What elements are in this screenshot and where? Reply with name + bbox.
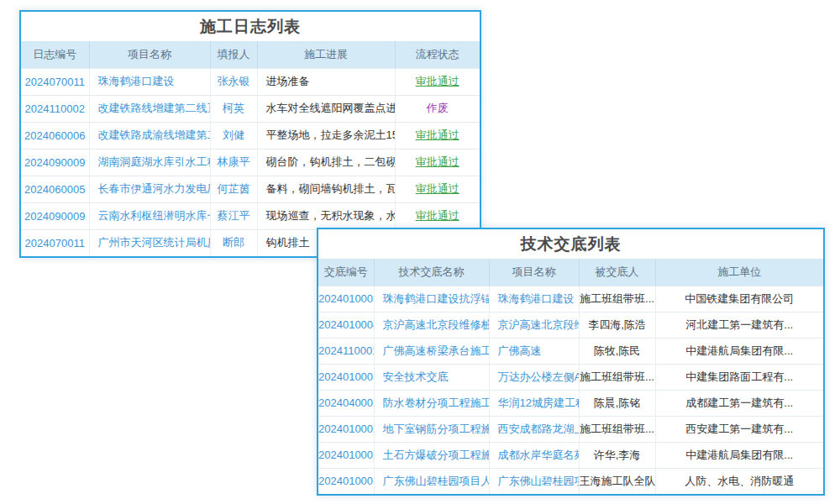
- reporter-link[interactable]: 何芷茵: [210, 176, 257, 202]
- disclosure-id-link[interactable]: 2024010003: [318, 364, 374, 390]
- table-row: 2024010003 珠海鹤港口建设抗浮锚杆... 珠海鹤港口建设 施工班组带班…: [318, 286, 823, 312]
- disclosure-name-link[interactable]: 防水卷材分项工程施工技...: [374, 390, 489, 416]
- status-cell: 审批通过: [395, 202, 480, 229]
- disclosure-id-link[interactable]: 2024010003: [318, 286, 374, 312]
- table-row: 2024060006 改建铁路成渝线增建第二... 刘健 平整场地，拉走多余泥土…: [21, 122, 480, 149]
- table-row: 2024010002 地下室钢筋分项工程施工... 西安成都路龙湖上... 施工…: [318, 416, 823, 442]
- project-name-link[interactable]: 华润12城房建工程...: [489, 390, 579, 416]
- project-name-link[interactable]: 广东佛山碧桂园项目: [489, 468, 579, 494]
- table-row: 2024010001 广东佛山碧桂园项目人防... 广东佛山碧桂园项目 王海施工…: [318, 468, 823, 494]
- disclosure-name-link[interactable]: 珠海鹤港口建设抗浮锚杆...: [374, 286, 489, 312]
- construction-log-title: 施工日志列表: [21, 12, 480, 41]
- disclosure-id-link[interactable]: 2024040001: [318, 390, 374, 416]
- recipients-text: 施工班组带班...: [579, 416, 655, 442]
- disclosure-name-link[interactable]: 广佛高速桥梁承台施工技...: [374, 338, 489, 364]
- project-name-link[interactable]: 珠海鹤港口建设: [89, 68, 210, 95]
- log-id-link[interactable]: 2024090009: [21, 202, 89, 229]
- log-id-link[interactable]: 2024060006: [21, 122, 89, 149]
- table-row: 2024060005 长春市伊通河水力发电厂... 何芷茵 备料，砌间墙钩机排土…: [21, 176, 480, 202]
- disclosure-id-link[interactable]: 2024010002: [318, 416, 374, 442]
- disclosure-name-link[interactable]: 京沪高速北京段维修桩帽...: [374, 312, 489, 338]
- project-name-link[interactable]: 广佛高速: [489, 338, 579, 364]
- reporter-link[interactable]: 蔡江平: [210, 202, 257, 229]
- log-id-link[interactable]: 2024090009: [21, 149, 89, 176]
- unit-text: 中建港航局集团有限...: [655, 442, 823, 468]
- status-cell: 审批通过: [395, 176, 480, 202]
- column-header-recipients: 被交底人: [579, 259, 655, 286]
- status-badge: 作废: [427, 102, 449, 114]
- recipients-text: 许华,李海: [579, 442, 655, 468]
- column-header-disclosure-name: 技术交底名称: [374, 259, 489, 286]
- progress-text: 备料，砌间墙钩机排土，瓦...: [257, 176, 395, 202]
- status-badge[interactable]: 审批通过: [416, 182, 459, 195]
- status-badge[interactable]: 审批通过: [416, 129, 459, 141]
- disclosure-id-link[interactable]: 2024010002: [318, 442, 374, 468]
- unit-text: 中建港航局集团有限...: [655, 338, 823, 364]
- disclosure-name-link[interactable]: 土石方爆破分项工程施工...: [374, 442, 489, 468]
- project-name-link[interactable]: 改建铁路线增建第二线直...: [89, 95, 210, 122]
- recipients-text: 王海施工队全队: [579, 468, 655, 494]
- table-row: 2024040001 防水卷材分项工程施工技... 华润12城房建工程... 陈…: [318, 390, 823, 416]
- technical-disclosure-title: 技术交底列表: [318, 229, 823, 259]
- progress-text: 平整场地，拉走多余泥土15...: [257, 122, 395, 149]
- column-header-progress: 施工进展: [257, 41, 395, 68]
- table-header-row: 交底编号 技术交底名称 项目名称 被交底人 施工单位: [318, 259, 823, 286]
- project-name-link[interactable]: 成都水岸华庭名苑...: [489, 442, 579, 468]
- table-row: 2024110002 改建铁路线增建第二线直... 柯英 水车对全线遮阳网覆盖点…: [21, 95, 480, 122]
- status-badge[interactable]: 审批通过: [416, 155, 459, 168]
- project-name-link[interactable]: 珠海鹤港口建设: [489, 286, 579, 312]
- unit-text: 成都建工第一建筑有...: [655, 390, 823, 416]
- column-header-project: 项目名称: [489, 259, 579, 286]
- log-id-link[interactable]: 2024070011: [21, 68, 89, 95]
- status-badge[interactable]: 审批通过: [416, 209, 459, 222]
- reporter-link[interactable]: 张永银: [210, 68, 257, 95]
- column-header-reporter: 填报人: [210, 41, 257, 68]
- table-row: 2024090009 湖南洞庭湖水库引水工程... 林康平 砌台阶，钩机排土，二…: [21, 149, 480, 176]
- recipients-text: 李四海,陈浩: [579, 312, 655, 338]
- project-name-link[interactable]: 万达办公楼左侧A...: [489, 364, 579, 390]
- progress-text: 现场巡查，无积水现象，水...: [257, 202, 395, 229]
- log-id-link[interactable]: 2024070011: [21, 229, 89, 256]
- reporter-link[interactable]: 柯英: [210, 95, 257, 122]
- project-name-link[interactable]: 京沪高速北京段维修: [489, 312, 579, 338]
- status-cell: 审批通过: [395, 68, 480, 95]
- table-row: 2024010003 安全技术交底 万达办公楼左侧A... 施工班组带班... …: [318, 364, 823, 390]
- disclosure-name-link[interactable]: 安全技术交底: [374, 364, 489, 390]
- project-name-link[interactable]: 广州市天河区统计局机房...: [89, 229, 210, 256]
- project-name-link[interactable]: 长春市伊通河水力发电厂...: [89, 176, 210, 202]
- progress-text: 水车对全线遮阳网覆盖点进...: [257, 95, 395, 122]
- recipients-text: 施工班组带班...: [579, 286, 655, 312]
- log-id-link[interactable]: 2024110002: [21, 95, 89, 122]
- reporter-link[interactable]: 断郎: [210, 229, 257, 256]
- column-header-status: 流程状态: [395, 41, 480, 68]
- status-cell: 作废: [395, 95, 480, 122]
- disclosure-id-link[interactable]: 2024110001: [318, 338, 374, 364]
- disclosure-name-link[interactable]: 广东佛山碧桂园项目人防...: [374, 468, 489, 494]
- construction-log-panel: 施工日志列表 日志编号 项目名称 填报人 施工进展 流程状态 202407001…: [19, 10, 481, 258]
- status-cell: 审批通过: [395, 122, 480, 149]
- technical-disclosure-table: 交底编号 技术交底名称 项目名称 被交底人 施工单位 2024010003 珠海…: [318, 259, 823, 494]
- unit-text: 中国铁建集团有限公司: [655, 286, 823, 312]
- reporter-link[interactable]: 林康平: [210, 149, 257, 176]
- disclosure-id-link[interactable]: 2024010004: [318, 312, 374, 338]
- project-name-link[interactable]: 改建铁路成渝线增建第二...: [89, 122, 210, 149]
- table-row: 2024010002 土石方爆破分项工程施工... 成都水岸华庭名苑... 许华…: [318, 442, 823, 468]
- column-header-log-id: 日志编号: [21, 41, 89, 68]
- project-name-link[interactable]: 西安成都路龙湖上...: [489, 416, 579, 442]
- log-id-link[interactable]: 2024060005: [21, 176, 89, 202]
- table-row: 2024090009 云南水利枢纽潜明水库一... 蔡江平 现场巡查，无积水现象…: [21, 202, 480, 229]
- progress-text: 进场准备: [257, 68, 395, 95]
- table-header-row: 日志编号 项目名称 填报人 施工进展 流程状态: [21, 41, 480, 68]
- status-badge[interactable]: 审批通过: [416, 75, 459, 87]
- recipients-text: 陈牧,陈民: [579, 338, 655, 364]
- disclosure-name-link[interactable]: 地下室钢筋分项工程施工...: [374, 416, 489, 442]
- progress-text: 砌台阶，钩机排土，二包砌...: [257, 149, 395, 176]
- status-cell: 审批通过: [395, 149, 480, 176]
- unit-text: 河北建工第一建筑有...: [655, 312, 823, 338]
- project-name-link[interactable]: 湖南洞庭湖水库引水工程...: [89, 149, 210, 176]
- unit-text: 西安建工第一建筑有...: [655, 416, 823, 442]
- column-header-project: 项目名称: [89, 41, 210, 68]
- reporter-link[interactable]: 刘健: [210, 122, 257, 149]
- disclosure-id-link[interactable]: 2024010001: [318, 468, 374, 494]
- project-name-link[interactable]: 云南水利枢纽潜明水库一...: [89, 202, 210, 229]
